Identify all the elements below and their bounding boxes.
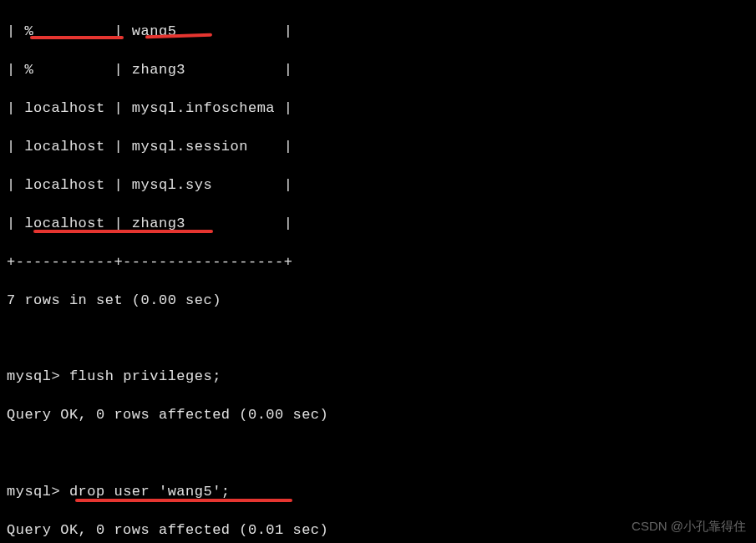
mysql-prompt-line[interactable]: mysql> drop user 'wang5'; [7,483,749,502]
terminal-output: | % | wang5 | | % | zhang3 | | localhost… [7,3,749,543]
query-result: Query OK, 0 rows affected (0.00 sec) [7,406,749,425]
table-row: | localhost | zhang3 | [7,215,749,234]
table-row: | localhost | mysql.infoschema | [7,99,749,119]
table-border: +-----------+------------------+ [7,253,749,272]
blank-line [7,444,749,464]
blank-line [7,329,749,348]
table-row: | % | wang5 | [7,23,749,42]
table-row: | localhost | mysql.session | [7,138,749,157]
watermark: CSDN @小孔靠得住 [632,518,746,535]
table-row: | localhost | mysql.sys | [7,176,749,195]
row-count: 7 rows in set (0.00 sec) [7,292,749,311]
table-row: | % | zhang3 | [7,61,749,80]
mysql-prompt-line[interactable]: mysql> flush privileges; [7,368,749,387]
